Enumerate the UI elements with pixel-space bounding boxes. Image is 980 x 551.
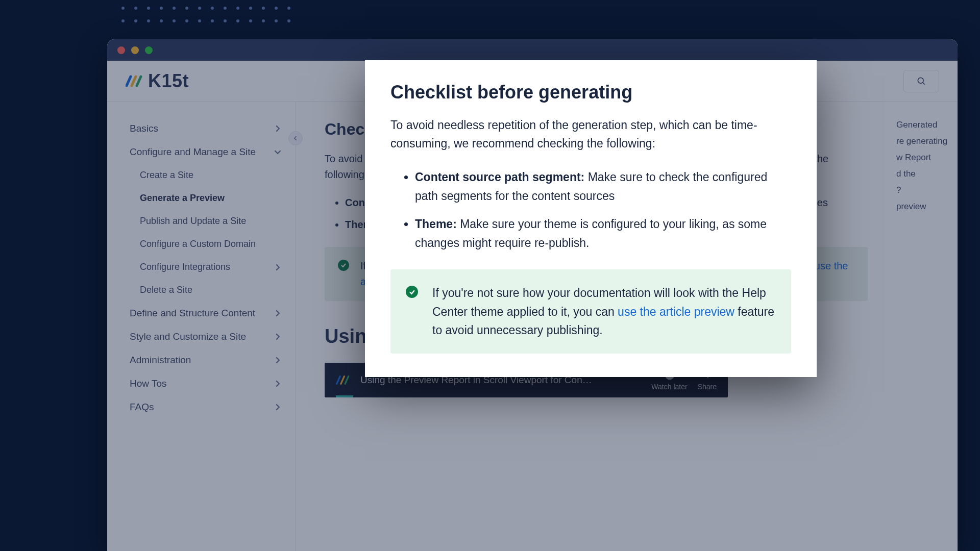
modal-bullet-2: Theme: Make sure your theme is configure…	[415, 215, 791, 253]
modal-bullet-1: Content source path segment: Make sure t…	[415, 168, 791, 206]
modal-intro: To avoid needless repetition of the gene…	[390, 116, 791, 153]
modal-title: Checklist before generating	[390, 82, 791, 103]
modal-article-preview-link[interactable]: use the article preview	[618, 305, 734, 318]
checklist-modal: Checklist before generating To avoid nee…	[365, 60, 817, 377]
modal-callout: If you're not sure how your documentatio…	[390, 269, 791, 354]
modal-callout-text: If you're not sure how your documentatio…	[432, 284, 776, 339]
decorative-dots-top	[121, 7, 290, 22]
check-circle-icon	[406, 286, 418, 298]
modal-bullets: Content source path segment: Make sure t…	[390, 168, 791, 252]
